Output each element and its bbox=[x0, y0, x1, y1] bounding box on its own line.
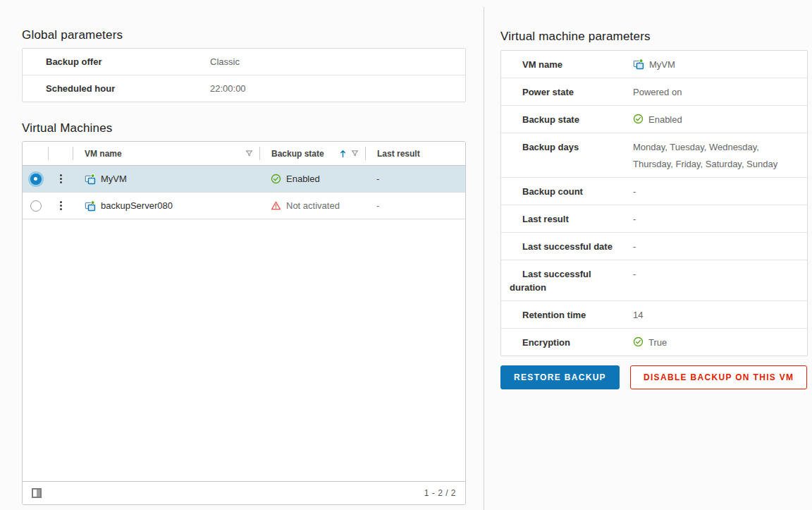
last-successful-date-value: - bbox=[633, 240, 807, 253]
backup-state-value: Enabled bbox=[648, 113, 682, 126]
backup-state-value: Enabled bbox=[286, 174, 320, 184]
last-result-column-label: Last result bbox=[366, 149, 420, 159]
table-row-backupserver080[interactable]: backupServer080 Not activated - bbox=[23, 193, 465, 219]
vm-icon bbox=[85, 174, 96, 185]
backup-state-column-label: Backup state bbox=[260, 149, 324, 159]
vm-name: MyVM bbox=[101, 174, 127, 184]
header-select-column bbox=[23, 142, 49, 165]
success-icon bbox=[633, 114, 644, 124]
table-row: VM name MyVM bbox=[501, 51, 807, 78]
table-row: Last result - bbox=[501, 205, 807, 233]
last-result-label: Last result bbox=[501, 212, 614, 226]
table-row-myvm[interactable]: MyVM Enabled - bbox=[23, 166, 465, 193]
vm-icon bbox=[85, 200, 96, 212]
backup-state-value: Not activated bbox=[286, 200, 340, 211]
column-header-backup-state[interactable]: Backup state bbox=[260, 142, 366, 165]
virtual-machines-title: Virtual Machines bbox=[22, 121, 466, 135]
row-actions-cell[interactable] bbox=[49, 171, 73, 186]
scheduled-hour-value: 22:00:00 bbox=[210, 82, 465, 95]
backup-days-value-line2: Thursday, Friday, Saturday, Sunday bbox=[633, 157, 777, 171]
table-row: Backup count - bbox=[501, 178, 807, 205]
row-select-cell[interactable] bbox=[23, 174, 49, 185]
radio-selected[interactable] bbox=[30, 174, 42, 185]
global-parameters-table: Backup offer Classic Scheduled hour 22:0… bbox=[22, 48, 466, 102]
table-row: Last successful duration - bbox=[501, 260, 807, 301]
global-parameters-title: Global parameters bbox=[22, 28, 466, 42]
pagination-text: 1 - 2 / 2 bbox=[424, 488, 456, 498]
warning-icon bbox=[271, 200, 281, 211]
last-result-value: - bbox=[366, 200, 465, 211]
column-header-vm-name[interactable]: VM name bbox=[73, 142, 260, 165]
success-icon bbox=[271, 174, 281, 184]
panel-divider bbox=[484, 7, 484, 510]
table-row: Scheduled hour 22:00:00 bbox=[23, 75, 465, 102]
table-row: Backup days Monday, Tuesday, Wednesday, … bbox=[501, 133, 807, 178]
radio-unselected[interactable] bbox=[30, 200, 42, 212]
restore-backup-button[interactable]: RESTORE BACKUP bbox=[500, 365, 620, 389]
kebab-menu-icon[interactable] bbox=[57, 198, 65, 213]
table-row: Backup state Enabled bbox=[501, 106, 807, 133]
backup-days-value-line1: Monday, Tuesday, Wednesday, bbox=[633, 140, 777, 154]
last-successful-duration-value: - bbox=[633, 267, 807, 281]
encryption-label: Encryption bbox=[501, 336, 614, 349]
vm-name-label: VM name bbox=[501, 58, 614, 71]
table-row: Power state Powered on bbox=[501, 78, 807, 106]
header-actions-column bbox=[49, 142, 73, 165]
vm-parameters-table: VM name MyVM Power state Powered on Back… bbox=[500, 50, 808, 356]
table-row: Last successful date - bbox=[501, 233, 807, 260]
vm-datagrid: VM name Backup state bbox=[22, 141, 466, 505]
power-state-value: Powered on bbox=[633, 85, 807, 99]
vm-name-column-label: VM name bbox=[73, 149, 122, 159]
datagrid-header: VM name Backup state bbox=[23, 142, 465, 166]
scheduled-hour-label: Scheduled hour bbox=[23, 82, 210, 95]
row-select-cell[interactable] bbox=[23, 200, 49, 212]
last-successful-duration-label: Last successful duration bbox=[501, 267, 614, 294]
left-panel: Global parameters Backup offer Classic S… bbox=[22, 28, 466, 505]
encryption-value: True bbox=[648, 336, 667, 349]
last-result-value: - bbox=[633, 212, 807, 226]
backup-count-label: Backup count bbox=[501, 185, 614, 198]
retention-time-label: Retention time bbox=[501, 308, 614, 322]
right-panel: Virtual machine parameters VM name MyVM … bbox=[500, 30, 808, 389]
datagrid-footer: 1 - 2 / 2 bbox=[23, 481, 465, 504]
column-picker-icon[interactable] bbox=[32, 488, 42, 498]
table-row: Backup offer Classic bbox=[23, 49, 465, 75]
vm-parameters-title: Virtual machine parameters bbox=[500, 30, 808, 44]
backup-days-label: Backup days bbox=[501, 140, 614, 154]
retention-time-value: 14 bbox=[633, 308, 807, 322]
vm-icon bbox=[633, 59, 644, 70]
kebab-menu-icon[interactable] bbox=[57, 171, 65, 186]
table-row: Encryption True bbox=[501, 329, 807, 356]
power-state-label: Power state bbox=[501, 85, 614, 99]
column-header-last-result[interactable]: Last result bbox=[366, 142, 465, 165]
backup-count-value: - bbox=[633, 185, 807, 198]
filter-icon[interactable] bbox=[351, 150, 359, 157]
last-successful-date-label: Last successful date bbox=[501, 240, 614, 253]
backup-state-label: Backup state bbox=[501, 113, 614, 126]
backup-offer-label: Backup offer bbox=[23, 55, 210, 68]
last-result-value: - bbox=[366, 174, 465, 184]
datagrid-empty-area bbox=[23, 219, 465, 481]
success-icon bbox=[633, 336, 644, 347]
row-actions-cell[interactable] bbox=[49, 198, 73, 213]
table-row: Retention time 14 bbox=[501, 301, 807, 329]
vm-name-value: MyVM bbox=[649, 58, 675, 71]
filter-icon[interactable] bbox=[245, 150, 253, 157]
sort-ascending-icon[interactable] bbox=[339, 149, 347, 158]
action-buttons: RESTORE BACKUP DISABLE BACKUP ON THIS VM bbox=[500, 365, 808, 389]
vm-name: backupServer080 bbox=[101, 200, 173, 211]
backup-offer-value: Classic bbox=[210, 55, 465, 68]
disable-backup-button[interactable]: DISABLE BACKUP ON THIS VM bbox=[630, 365, 807, 389]
